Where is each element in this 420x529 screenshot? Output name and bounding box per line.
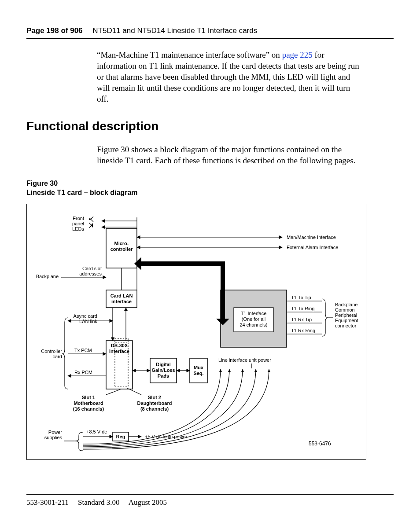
page-header: Page 198 of 906 NT5D11 and NT5D14 Linesi… [26, 26, 394, 39]
body-paragraph-1: “Man-Machine T1 maintenance interface so… [97, 49, 361, 104]
figure-title: Lineside T1 card – block diagram [26, 188, 394, 198]
svg-text:Slot 2Daughterboard(8 channels: Slot 2Daughterboard(8 channels) [137, 395, 172, 411]
svg-line-44 [106, 389, 121, 395]
svg-text:Powersupplies: Powersupplies [44, 430, 63, 440]
svg-text:Card LANinterface: Card LANinterface [111, 293, 133, 304]
svg-text:MuxSeq.: MuxSeq. [193, 365, 203, 376]
svg-text:Man/Machine Interface: Man/Machine Interface [287, 235, 336, 240]
label: Micro- [114, 241, 129, 246]
svg-text:Line interface unit power: Line interface unit power [218, 357, 271, 363]
figure-caption: Figure 30 Lineside T1 card – block diagr… [26, 179, 394, 198]
page-footer: 553-3001-211 Standard 3.00 August 2005 [26, 494, 394, 507]
svg-text:Async cardLAN link: Async cardLAN link [74, 313, 98, 324]
svg-line-46 [127, 388, 141, 395]
svg-text:Rx PCM: Rx PCM [74, 370, 92, 375]
document-page: Page 198 of 906 NT5D11 and NT5D14 Linesi… [0, 0, 420, 529]
header-title: NT5D11 and NT5D14 Lineside T1 Interface … [92, 26, 257, 35]
section-heading: Functional description [26, 119, 394, 133]
svg-text:Controllercard: Controllercard [41, 349, 62, 359]
svg-point-22 [89, 218, 91, 220]
footer-date: August 2005 [129, 498, 167, 507]
svg-text:Tx PCM: Tx PCM [74, 348, 92, 353]
svg-text:Backplane: Backplane [36, 274, 59, 279]
svg-text:DigitalGain/LossPads: DigitalGain/LossPads [151, 362, 175, 378]
footer-rev: Standard 3.00 [78, 498, 119, 507]
footer-doc: 553-3001-211 [26, 498, 69, 507]
text-run: “Man-Machine T1 maintenance interface so… [97, 50, 282, 59]
svg-text:T1 Tx Ring: T1 Tx Ring [291, 306, 315, 311]
body-paragraph-2: Figure 30 shows a block diagram of the m… [97, 144, 361, 166]
svg-text:BackplaneCommonPeripheralEquip: BackplaneCommonPeripheralEquipmentconnec… [335, 302, 358, 328]
svg-text:FrontpanelLEDs: FrontpanelLEDs [72, 216, 84, 231]
svg-text:553-6476: 553-6476 [309, 441, 331, 447]
svg-text:T1 Tx Tip: T1 Tx Tip [291, 295, 311, 300]
svg-text:DS-30Xinterface: DS-30Xinterface [109, 343, 129, 354]
page-link[interactable]: page 225 [282, 50, 313, 59]
svg-text:Card slotaddresses: Card slotaddresses [79, 266, 102, 276]
svg-text:External Alarm Interface: External Alarm Interface [287, 245, 338, 250]
figure-number: Figure 30 [26, 179, 394, 188]
svg-text:T1 Rx Tip: T1 Rx Tip [291, 317, 312, 322]
block-diagram: Micro-controller Card LANinterface DS-30… [26, 204, 366, 460]
page-number: Page 198 of 906 [26, 26, 83, 35]
svg-text:T1 Interface(One for all24 cha: T1 Interface(One for all24 channels) [240, 311, 268, 327]
svg-text:+5 V dc logic power: +5 V dc logic power [145, 434, 188, 439]
svg-text:Reg: Reg [116, 434, 125, 439]
svg-text:T1 Rx Ring: T1 Rx Ring [291, 328, 315, 333]
svg-text:Micro-controller: Micro-controller [111, 241, 133, 252]
svg-text:+8.5 V dc: +8.5 V dc [86, 429, 107, 434]
svg-text:Slot 1Motherboard(16 channels): Slot 1Motherboard(16 channels) [73, 395, 104, 411]
